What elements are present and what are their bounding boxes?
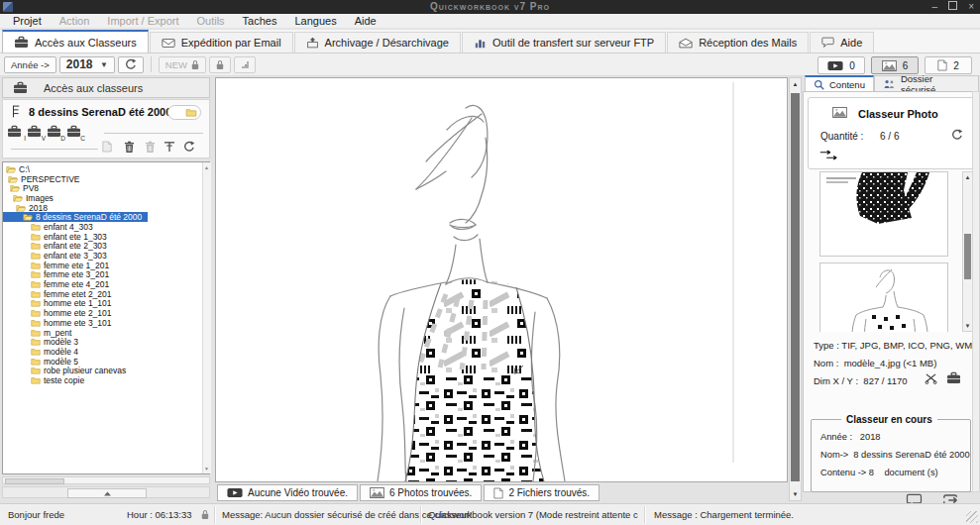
tree-item-enfant-ete-2-303[interactable]: enfant ete 2_303	[3, 242, 209, 252]
tree-item-modele-3[interactable]: modèle 3	[3, 337, 209, 347]
folder-closed-icon	[31, 290, 41, 298]
folder-closed-icon	[31, 329, 41, 337]
tree-item-8-dessins-serenad-ete-2000[interactable]: 8 dessins SerenaD été 2000	[3, 212, 148, 222]
tree-item-m-pent[interactable]: m_pent	[3, 328, 209, 338]
refresh-tree-button[interactable]	[183, 141, 195, 153]
briefcase-icon	[14, 36, 29, 49]
tab-archivage-desarchivage[interactable]: Archivage / Désarchivage	[294, 32, 461, 52]
right-panel-body: Classeur Photo Quantité : 6 / 6	[803, 91, 979, 492]
tree-item-homme-ete-3-101[interactable]: homme ete 3_101	[3, 318, 209, 328]
secure-folder-icon	[883, 79, 896, 89]
tree-vertical-scrollbar[interactable]: ▲▼	[202, 162, 211, 473]
tree-item-enfant-ete-1-303[interactable]: enfant ete 1_303	[3, 232, 209, 242]
tree-item-images[interactable]: Images	[3, 193, 209, 203]
media-counters: 062	[817, 56, 972, 74]
folder-open-icon	[10, 184, 20, 192]
minimize-button[interactable]: –	[932, 0, 938, 14]
tab-acces-aux-classeurs[interactable]: Accès aux Classeurs	[2, 30, 149, 52]
menu-item-projet[interactable]: Projet	[4, 15, 51, 27]
tree-item-c[interactable]: C:\	[3, 164, 209, 174]
new-classeur-button[interactable]: NEW	[159, 56, 206, 73]
media-status-chips: Aucune Vidéo trouvée.6 Photos trouvées.2…	[217, 484, 599, 501]
video-icon	[827, 60, 843, 71]
tree-item-enfant-4-303[interactable]: enfant 4_303	[3, 222, 209, 232]
current-count: 8	[869, 468, 874, 477]
right-panel-scrollbar[interactable]	[972, 91, 980, 492]
filter-button[interactable]	[163, 141, 175, 153]
right-tab-contenu[interactable]: Contenu	[805, 75, 874, 92]
current-year: 2018	[860, 432, 881, 442]
thumbnail-garment	[820, 172, 947, 256]
right-panel-tabs: ContenuDossier sécurisé	[805, 75, 979, 92]
archive-icon	[306, 37, 319, 49]
document-button[interactable]	[102, 141, 112, 153]
folder-closed-icon	[31, 348, 41, 356]
delete-button[interactable]	[124, 141, 135, 154]
refresh-year-button[interactable]	[118, 56, 144, 73]
year-label-button[interactable]: Année ->	[4, 56, 56, 73]
tree-horizontal-scrollbar[interactable]	[2, 476, 210, 484]
tab-reception-des-mails[interactable]: Réception des Mails	[667, 32, 809, 52]
menu-item-action[interactable]: Action	[51, 15, 99, 27]
tree-item-enfant-ete-3-303[interactable]: enfant ete 3_303	[3, 251, 209, 261]
resize-grip[interactable]	[966, 511, 978, 523]
counter-video-icon[interactable]: 0	[817, 56, 865, 74]
thumbnail-item[interactable]	[819, 171, 948, 257]
folder-closed-icon	[31, 299, 41, 307]
lock-button[interactable]	[209, 56, 231, 73]
tree-item-modele-5[interactable]: modèle 5	[3, 357, 209, 367]
folder-closed-icon	[31, 367, 41, 374]
tab-aide[interactable]: Aide	[810, 32, 874, 52]
menu-item-outils[interactable]: Outils	[187, 15, 233, 27]
help-bubble-icon	[821, 37, 834, 49]
folder-toggle[interactable]	[167, 105, 201, 120]
thumbnail-item[interactable]	[819, 262, 948, 332]
collapse-button[interactable]	[67, 488, 147, 498]
tree-item-femme-etet-2-201[interactable]: femme etet 2_201	[3, 289, 209, 299]
menu-item-aide[interactable]: Aide	[346, 15, 385, 27]
tree-item-robe-plusieur-canevas[interactable]: robe plusieur canevas	[3, 366, 209, 375]
scissors-button[interactable]	[925, 373, 937, 384]
classeur-card: 8 dessins SerenaD été 2000 IVDC	[2, 99, 210, 158]
right-tab-dossier-securise[interactable]: Dossier sécurisé	[874, 75, 979, 91]
year-select[interactable]: 2018▼	[59, 56, 115, 73]
menu-item-taches[interactable]: Taches	[234, 15, 286, 27]
status-version: Quickworkbook version 7 (Mode restreint …	[428, 509, 638, 520]
groupbox-title: Classeur en cours	[841, 414, 937, 425]
tree-item-homme-ete-2-101[interactable]: homme ete 2_101	[3, 308, 209, 318]
folder-open-icon	[13, 194, 23, 202]
counter-file-icon[interactable]: 2	[925, 56, 972, 74]
close-button[interactable]: ×	[968, 0, 974, 14]
tree-item-teste-copie[interactable]: teste copie	[3, 375, 209, 385]
chip-aucune-video-trouvee[interactable]: Aucune Vidéo trouvée.	[217, 484, 358, 501]
counter-photo-icon[interactable]: 6	[871, 56, 919, 74]
tree-item-pv8[interactable]: PV8	[3, 183, 209, 193]
main-vertical-scrollbar[interactable]: ▲ ▼	[789, 77, 802, 501]
menu-item-langues[interactable]: Langues	[285, 15, 345, 27]
tree-item-homme-ete-1-101[interactable]: homme ete 1_101	[3, 299, 209, 309]
tab-expedition-par-email[interactable]: Expédition par Email	[150, 32, 293, 52]
chip-6-photos-trouvees[interactable]: 6 Photos trouvées.	[360, 484, 482, 501]
menu-bar: ProjetActionImport / ExportOutilsTachesL…	[0, 14, 980, 29]
menu-item-import-export[interactable]: Import / Export	[98, 15, 187, 27]
refresh-icon	[125, 58, 137, 70]
classeur-en-cours-box: Classeur en cours Année : 2018 Nom-> 8 d…	[811, 419, 971, 492]
tree-item-femme-ete-1-201[interactable]: femme ete 1_201	[3, 261, 209, 270]
file-name-line: Nom : modèle_4.jpg (<1 MB)	[814, 358, 936, 368]
tree-item-2018[interactable]: 2018	[3, 203, 209, 213]
briefcase-button[interactable]	[946, 371, 961, 384]
nav-arrows-icon[interactable]	[818, 150, 840, 160]
file-icon	[937, 59, 947, 71]
tab-outil-de-transfert-sur-serveur-ftp[interactable]: Outil de transfert sur serveur FTP	[462, 32, 666, 52]
tree-item-perspective[interactable]: PERSPECTIVE	[3, 174, 209, 184]
tree-item-femme-ete-4-201[interactable]: femme ete 4_201	[3, 279, 209, 289]
resize-grip-button[interactable]	[234, 56, 256, 73]
tree-item-modele-4[interactable]: modèle 4	[3, 347, 209, 357]
chip-2-fichiers-trouves[interactable]: 2 Fichiers trouvés.	[484, 484, 599, 501]
refresh-photos-button[interactable]	[951, 129, 963, 141]
maximize-button[interactable]	[948, 0, 957, 14]
tree-item-femme-ete-3-201[interactable]: femme ete 3_201	[3, 270, 209, 280]
delete-disabled-button[interactable]	[145, 141, 156, 154]
briefcase-icon	[27, 125, 42, 138]
image-canvas[interactable]	[215, 77, 788, 482]
